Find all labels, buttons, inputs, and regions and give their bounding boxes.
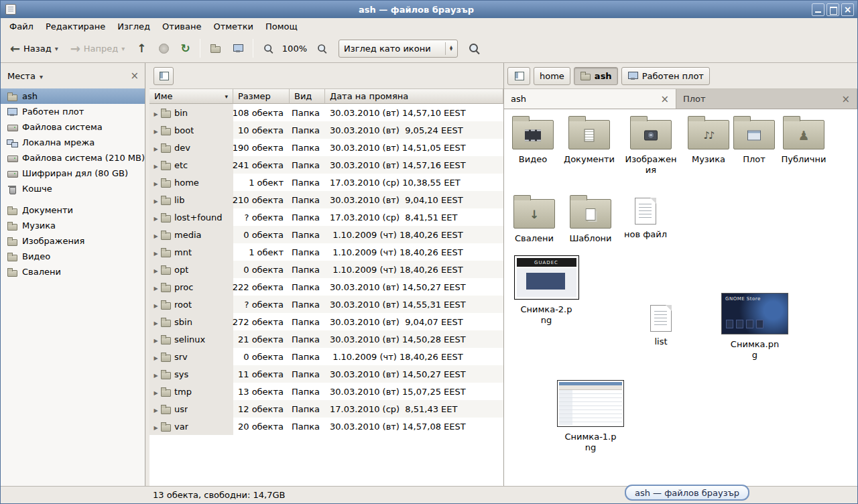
- tasklist-button[interactable]: ash — файлов браузър: [625, 485, 749, 501]
- titlebar[interactable]: ash — файлов браузър: [1, 1, 857, 18]
- expander-icon[interactable]: [152, 422, 160, 432]
- icon-view-item[interactable]: GNOME Store Снимка.png: [719, 293, 791, 360]
- column-header[interactable]: Име: [149, 89, 233, 104]
- close-button-icon[interactable]: [841, 3, 854, 16]
- table-row[interactable]: lib 210 обекта Папка 30.03.2010 (вт) 9,0…: [149, 191, 503, 208]
- sidebar-place-item[interactable]: Файлова система: [1, 119, 145, 135]
- table-row[interactable]: etc 241 обекта Папка 30.03.2010 (вт) 14,…: [149, 156, 503, 174]
- icon-view[interactable]: Видео Документи Изображения Музика Плот …: [504, 109, 857, 486]
- table-row[interactable]: root ? обекта Папка 30.03.2010 (вт) 14,5…: [149, 296, 503, 313]
- sidebar-place-item[interactable]: Файлова система (210 MB): [1, 150, 145, 166]
- menu-item[interactable]: Редактиране: [40, 19, 111, 34]
- stop-button[interactable]: [154, 40, 174, 58]
- back-button[interactable]: Назад: [5, 38, 64, 60]
- icon-view-item[interactable]: Свалени: [505, 194, 563, 244]
- sidebar-place-item[interactable]: ash: [1, 88, 145, 104]
- sidebar-place-item[interactable]: Кошче: [1, 181, 145, 196]
- icon-view-item[interactable]: Снимка-1.png: [554, 380, 627, 452]
- menu-item[interactable]: Файл: [3, 19, 40, 34]
- view-mode-select[interactable]: Изглед като икони: [339, 40, 458, 58]
- zoom-in-button[interactable]: [311, 39, 333, 58]
- minimize-button-icon[interactable]: [812, 3, 824, 16]
- places-title[interactable]: Места: [7, 70, 36, 82]
- sidebar-place-item[interactable]: Изображения: [1, 233, 145, 249]
- menu-item[interactable]: Изглед: [111, 19, 156, 34]
- sidebar-place-item[interactable]: Шифриран дял (80 GB): [1, 166, 145, 181]
- path-button[interactable]: home: [534, 67, 570, 85]
- tab-close-icon[interactable]: [841, 93, 850, 105]
- table-row[interactable]: media 0 обекта Папка 1.10.2009 (чт) 18,4…: [149, 226, 503, 243]
- table-row[interactable]: sbin 272 обекта Папка 30.03.2010 (вт) 9,…: [149, 313, 503, 330]
- table-row[interactable]: usr 12 обекта Папка 17.03.2010 (ср) 8,51…: [149, 400, 503, 418]
- table-row[interactable]: mnt 1 обект Папка 1.10.2009 (чт) 18,40,2…: [149, 243, 503, 261]
- forward-dropdown-icon[interactable]: [121, 45, 125, 52]
- column-header[interactable]: Вид: [290, 89, 325, 104]
- table-row[interactable]: selinux 21 обекта Папка 30.03.2010 (вт) …: [149, 330, 503, 348]
- expander-icon[interactable]: [152, 160, 160, 170]
- table-row[interactable]: sys 11 обекта Папка 30.03.2010 (вт) 14,5…: [149, 365, 503, 383]
- expander-icon[interactable]: [152, 108, 160, 118]
- table-row[interactable]: opt 0 обекта Папка 1.10.2009 (чт) 18,40,…: [149, 261, 503, 278]
- expander-icon[interactable]: [152, 178, 160, 188]
- forward-button[interactable]: Напред: [65, 38, 131, 60]
- table-row[interactable]: tmp 13 обекта Папка 30.03.2010 (вт) 15,0…: [149, 383, 503, 400]
- icon-view-item[interactable]: Документи: [560, 115, 618, 165]
- search-button[interactable]: [463, 39, 485, 58]
- expander-icon[interactable]: [152, 317, 160, 327]
- expander-icon[interactable]: [152, 352, 160, 362]
- sidebar-place-item[interactable]: Видео: [1, 249, 145, 264]
- expander-icon[interactable]: [152, 387, 160, 397]
- expander-icon[interactable]: [152, 300, 160, 310]
- expander-icon[interactable]: [152, 195, 160, 205]
- pane-toggle-button[interactable]: [154, 67, 174, 85]
- icon-view-item[interactable]: Видео: [504, 115, 562, 165]
- expander-icon[interactable]: [152, 212, 160, 223]
- icon-view-item[interactable]: Изображения: [622, 115, 680, 175]
- column-header[interactable]: Дата на промяна: [325, 89, 503, 104]
- expander-icon[interactable]: [152, 334, 160, 344]
- table-row[interactable]: lost+found ? обекта Папка 17.03.2010 (ср…: [149, 208, 503, 226]
- expander-icon[interactable]: [152, 230, 160, 240]
- reload-button[interactable]: [176, 38, 196, 59]
- path-button[interactable]: [507, 67, 530, 85]
- icon-view-item[interactable]: GUADEC Снимка-2.png: [513, 255, 580, 325]
- tab[interactable]: Плот: [676, 89, 857, 109]
- table-row[interactable]: boot 10 обекта Папка 30.03.2010 (вт) 9,0…: [149, 121, 503, 139]
- computer-button[interactable]: [227, 39, 249, 58]
- sidebar-place-item[interactable]: Документи: [1, 202, 145, 218]
- icon-view-item[interactable]: list: [632, 301, 690, 347]
- tab[interactable]: ash: [504, 89, 676, 109]
- expander-icon[interactable]: [152, 265, 160, 275]
- sidebar-place-item[interactable]: Музика: [1, 218, 145, 233]
- table-row[interactable]: var 20 обекта Папка 30.03.2010 (вт) 14,5…: [149, 418, 503, 435]
- table-row[interactable]: dev 190 обекта Папка 30.03.2010 (вт) 14,…: [149, 139, 503, 156]
- tab-close-icon[interactable]: [660, 93, 669, 105]
- sidebar-place-item[interactable]: Локална мрежа: [1, 135, 145, 150]
- expander-icon[interactable]: [152, 282, 160, 292]
- up-button[interactable]: [131, 38, 151, 59]
- menu-item[interactable]: Отиване: [156, 19, 207, 34]
- sidebar-place-item[interactable]: Работен плот: [1, 104, 145, 119]
- table-row[interactable]: bin 108 обекта Папка 30.03.2010 (вт) 14,…: [149, 104, 503, 121]
- expander-icon[interactable]: [152, 143, 160, 153]
- table-row[interactable]: srv 0 обекта Папка 1.10.2009 (чт) 18,40,…: [149, 348, 503, 365]
- expander-icon[interactable]: [152, 247, 160, 257]
- expander-icon[interactable]: [152, 125, 160, 135]
- icon-view-item[interactable]: Шаблони: [562, 194, 619, 244]
- expander-icon[interactable]: [152, 369, 160, 379]
- path-button[interactable]: Работен плот: [621, 67, 710, 85]
- column-header[interactable]: Размер: [233, 89, 290, 104]
- zoom-out-button[interactable]: [257, 39, 280, 58]
- sidebar-place-item[interactable]: Свалени: [1, 264, 145, 279]
- icon-view-item[interactable]: нов файл: [617, 194, 674, 240]
- icon-view-item[interactable]: Публични: [775, 115, 833, 165]
- menu-item[interactable]: Помощ: [259, 19, 304, 34]
- table-row[interactable]: home 1 обект Папка 17.03.2010 (ср) 10,38…: [149, 174, 503, 191]
- places-dropdown-icon[interactable]: [40, 71, 43, 81]
- back-dropdown-icon[interactable]: [55, 45, 58, 52]
- expander-icon[interactable]: [152, 404, 160, 414]
- path-button[interactable]: ash: [574, 67, 618, 85]
- places-close-icon[interactable]: [130, 70, 139, 82]
- table-row[interactable]: proc 222 обекта Папка 30.03.2010 (вт) 14…: [149, 278, 503, 296]
- maximize-button-icon[interactable]: [826, 3, 839, 16]
